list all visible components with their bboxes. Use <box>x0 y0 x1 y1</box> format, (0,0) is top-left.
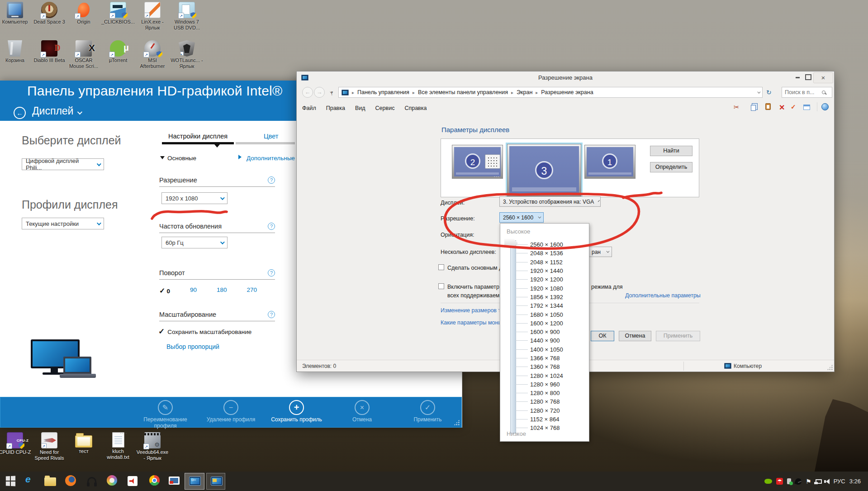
back-button[interactable] <box>14 107 26 119</box>
cancel-button[interactable]: Отмена <box>619 331 651 341</box>
desktop-icon[interactable]: Компьютер <box>0 1 32 39</box>
refresh-icon[interactable]: ↻ <box>766 89 772 96</box>
delete-icon[interactable]: ✕ <box>779 103 785 112</box>
help-globe-icon[interactable] <box>821 103 829 110</box>
address-dropdown-icon[interactable] <box>757 90 760 93</box>
desktop-icon[interactable]: Origin <box>66 1 101 39</box>
rotation-option[interactable]: 0 <box>159 286 170 295</box>
help-icon[interactable] <box>268 223 275 230</box>
audio-app-icon[interactable] <box>87 477 96 484</box>
choose-proportions-link[interactable]: Выбор пропорций <box>166 343 219 350</box>
network-tray-icon[interactable] <box>816 479 822 484</box>
resolution-option[interactable]: 1792 × 1344 <box>500 301 589 310</box>
desktop-icon[interactable]: WOTLaunc... - Ярлык <box>170 39 204 78</box>
internet-explorer-icon[interactable]: e <box>25 474 31 485</box>
check-icon[interactable]: ✓ <box>791 103 796 110</box>
resolution-option[interactable]: 1600 × 900 <box>500 328 589 336</box>
make-primary-checkbox[interactable] <box>438 264 444 270</box>
breadcrumb-bar[interactable]: Панель управленияВсе элементы панели упр… <box>338 87 763 98</box>
up-level-button[interactable]: ↑ <box>330 89 334 96</box>
apply-button[interactable]: Применить <box>656 331 700 341</box>
desktop-icon[interactable]: kluch winda8.txt <box>101 431 135 461</box>
nvidia-tray-icon[interactable] <box>764 479 772 484</box>
keep-scaling-checkbox[interactable]: Сохранить масштабирование <box>158 327 251 336</box>
taskbar-active-window-intel[interactable] <box>185 473 204 490</box>
audio-manager-icon[interactable] <box>128 476 138 486</box>
basic-section-toggle[interactable]: Основные <box>160 155 196 162</box>
resolution-select[interactable]: 2560 × 1600 <box>499 212 544 223</box>
search-box[interactable] <box>782 87 832 98</box>
monitor-1[interactable]: 1 <box>584 145 636 179</box>
toolbar-button[interactable]: + Сохранить профиль <box>264 397 329 429</box>
language-indicator[interactable]: РУС <box>834 478 845 485</box>
resolution-option[interactable]: 1920 × 1440 <box>500 267 589 275</box>
resolution-option[interactable]: 1366 × 768 <box>500 354 589 362</box>
text-size-link[interactable]: Изменение размеров те <box>441 307 499 314</box>
chrome-icon[interactable] <box>149 475 160 486</box>
desktop-icon[interactable]: LinX.exe - Ярлык <box>135 1 170 39</box>
resolution-option[interactable]: 1280 × 768 <box>500 397 589 406</box>
desktop-icon[interactable]: OSCAR Mouse Scri... <box>66 39 101 78</box>
resolution-option[interactable]: 2048 × 1152 <box>500 258 589 267</box>
resolution-option[interactable]: 2048 × 1536 <box>500 249 589 257</box>
monitor-2[interactable]: 2 ... <box>452 145 503 179</box>
desktop-icon[interactable]: тест <box>66 431 101 461</box>
menu-item[interactable]: Справка <box>404 105 427 111</box>
toolbar-button[interactable]: × Отмена <box>329 397 395 429</box>
desktop-icon[interactable]: Diablo III Beta <box>32 39 66 78</box>
desktop-icon[interactable]: MSI Afterburner <box>135 39 170 78</box>
desktop-icon[interactable]: Windows 7 USB DVD... <box>170 1 204 39</box>
volume-tray-icon[interactable] <box>826 479 830 484</box>
multiple-displays-select-fragment[interactable]: ран <box>588 247 612 257</box>
taskbar-active-window-resolution[interactable] <box>206 473 225 490</box>
resolution-option[interactable]: 1360 × 768 <box>500 362 589 371</box>
copy-icon[interactable] <box>751 105 756 111</box>
cut-icon[interactable]: ✂ <box>734 103 740 111</box>
display-device-select[interactable]: 3. Устройство отображения на: VGA <box>499 196 601 207</box>
menu-item[interactable]: Правка <box>326 105 345 111</box>
breadcrumb-item[interactable]: Экран <box>508 89 532 95</box>
desktop-icon[interactable]: µTorrent <box>101 39 135 78</box>
help-icon[interactable] <box>268 269 275 276</box>
resolution-select[interactable]: 1920 x 1080 <box>161 192 228 204</box>
menu-item[interactable]: Сервис <box>375 105 395 111</box>
resolution-option[interactable]: 1920 × 1080 <box>500 284 589 292</box>
resolution-option[interactable]: 1440 × 900 <box>500 336 589 345</box>
identify-button[interactable]: Определить <box>650 162 693 172</box>
menu-item[interactable]: Вид <box>355 105 365 111</box>
toolbar-button[interactable]: − Удаление профиля <box>198 397 264 429</box>
breadcrumb-item[interactable]: Разрешение экрана <box>532 89 593 95</box>
monitor-3-selected[interactable]: 3 <box>507 144 581 196</box>
help-icon[interactable] <box>268 176 275 184</box>
advanced-section-toggle[interactable]: Дополнительные <box>238 155 295 162</box>
resolution-option[interactable]: 1280 × 960 <box>500 380 589 389</box>
rotation-option[interactable]: 180 <box>217 286 227 295</box>
desktop-icon[interactable]: Veedub64.exe - Ярлык <box>135 431 170 461</box>
toolbar-button[interactable]: ✎ Переименование профиля <box>133 397 198 429</box>
display-select[interactable]: Цифровой дисплей Phili... <box>22 158 104 170</box>
tab-color[interactable]: Цвет <box>264 133 279 140</box>
resolution-option[interactable]: 1600 × 1200 <box>500 319 589 328</box>
satellite-tray-icon[interactable] <box>794 477 802 486</box>
tab-display-settings[interactable]: Настройки дисплея <box>168 133 228 140</box>
search-input[interactable] <box>785 89 821 95</box>
display-utility-icon[interactable] <box>169 477 180 485</box>
avira-tray-icon[interactable] <box>776 478 783 485</box>
file-explorer-icon[interactable] <box>44 477 56 486</box>
display-section-menu[interactable]: Дисплей <box>32 105 81 117</box>
resolution-option[interactable]: 2560 × 1600 <box>500 240 589 249</box>
refresh-rate-select[interactable]: 60p Гц <box>161 237 228 248</box>
ok-button[interactable]: ОК <box>591 331 614 341</box>
firefox-icon[interactable] <box>65 475 76 486</box>
desktop-icon[interactable]: CPUID CPU-Z <box>0 431 32 461</box>
resolution-option[interactable]: 1400 × 1050 <box>500 345 589 354</box>
action-center-flag-icon[interactable]: ⚑ <box>806 478 811 485</box>
nav-back-button[interactable]: ← <box>302 87 313 98</box>
maximize-button[interactable] <box>803 74 813 82</box>
properties-icon[interactable] <box>803 105 810 110</box>
resolution-option[interactable]: 1280 × 800 <box>500 389 589 397</box>
which-settings-link[interactable]: Какие параметры мони <box>441 319 499 326</box>
resolution-option[interactable]: 1280 × 720 <box>500 406 589 415</box>
rotation-option[interactable]: 270 <box>247 286 257 295</box>
advanced-params-link[interactable]: Дополнительные параметры <box>625 292 701 299</box>
